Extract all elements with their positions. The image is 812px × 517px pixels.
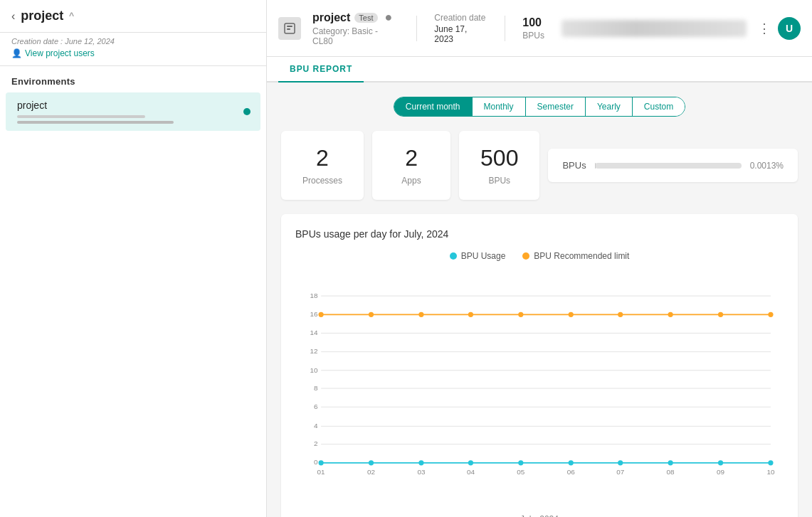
rec-dot-10: [768, 312, 773, 317]
rec-dot-9: [718, 312, 723, 317]
topbar-category: Category: Basic - CL80: [312, 26, 399, 46]
period-btn-custom[interactable]: Custom: [632, 97, 685, 116]
usage-dot-9: [718, 460, 723, 465]
topbar-project-icon: [278, 17, 301, 40]
main-content: project Test ● Category: Basic - CL80 Cr…: [267, 0, 812, 517]
rec-dot-5: [518, 312, 523, 317]
bpus-value: 500: [480, 145, 518, 171]
x-label-01: 01: [317, 468, 326, 476]
x-label-07: 07: [616, 468, 625, 476]
topbar: project Test ● Category: Basic - CL80 Cr…: [267, 0, 812, 57]
y-label-8: 8: [314, 384, 318, 392]
legend-dot-usage: [450, 252, 457, 260]
env-active-dot: [243, 108, 251, 115]
sidebar-creation-date: Creation date : June 12, 2024: [11, 37, 255, 46]
x-label-08: 08: [667, 468, 675, 476]
sidebar-caret[interactable]: ^: [69, 11, 74, 22]
chart-footer: July, 2024: [295, 514, 784, 517]
usage-dot-10: [768, 460, 773, 465]
y-label-16: 16: [310, 310, 319, 318]
stat-card-bpus: 500 BPUs: [459, 131, 539, 200]
processes-value: 2: [316, 145, 329, 171]
usage-dot-5: [518, 460, 523, 465]
x-label-09: 09: [717, 468, 725, 476]
rec-dot-3: [418, 312, 423, 317]
y-label-2: 2: [314, 439, 318, 447]
legend-dot-recommended: [522, 252, 529, 260]
period-btn-semester[interactable]: Semester: [525, 97, 585, 116]
back-button[interactable]: ‹: [11, 10, 15, 23]
rec-dot-2: [369, 312, 374, 317]
svg-rect-2: [287, 28, 290, 30]
bpu-progress-card: BPUs 0.0013%: [548, 149, 798, 182]
env-bar-top: [17, 115, 145, 118]
view-project-users-link[interactable]: 👤 View project users: [11, 48, 255, 58]
y-label-0: 0: [314, 459, 318, 467]
kebab-menu-button[interactable]: ⋮: [758, 21, 771, 36]
topbar-bpu-value: 100: [522, 16, 544, 29]
period-btn-current-month[interactable]: Current month: [394, 97, 472, 116]
topbar-test-badge: Test: [354, 13, 377, 23]
bpu-progress-label: BPUs: [562, 160, 586, 171]
tab-bpu-report[interactable]: BPU REPORT: [278, 57, 364, 82]
tab-bar: BPU REPORT: [267, 57, 812, 82]
x-label-06: 06: [567, 468, 576, 476]
y-label-14: 14: [310, 329, 319, 336]
usage-dot-4: [468, 460, 473, 465]
rec-dot-8: [668, 312, 673, 317]
user-avatar[interactable]: U: [778, 17, 801, 40]
rec-dot-6: [569, 312, 574, 317]
user-icon: 👤: [11, 48, 22, 58]
content-area: Current month Monthly Semester Yearly Cu…: [267, 82, 812, 517]
svg-rect-1: [287, 26, 292, 27]
usage-dot-3: [418, 460, 423, 465]
topbar-actions: ⋮ U: [758, 17, 801, 40]
sidebar: ‹ project ^ Creation date : June 12, 202…: [0, 0, 267, 517]
topbar-blurred-content: [561, 20, 747, 37]
x-label-10: 10: [766, 468, 775, 476]
usage-dot-8: [668, 460, 673, 465]
y-label-4: 4: [314, 422, 318, 430]
bpus-label: BPUs: [488, 176, 510, 186]
x-label-05: 05: [517, 468, 525, 476]
apps-label: Apps: [401, 176, 421, 186]
period-btn-monthly[interactable]: Monthly: [472, 97, 525, 116]
topbar-progress-area: [561, 20, 747, 37]
topbar-creation-info: Creation date June 17, 2023: [434, 13, 487, 44]
y-label-6: 6: [314, 403, 318, 410]
stat-card-processes: 2 Processes: [281, 131, 364, 200]
y-label-18: 18: [310, 292, 319, 299]
x-label-02: 02: [367, 468, 376, 476]
x-label-03: 03: [417, 468, 426, 476]
env-bar-bottom: [17, 121, 174, 124]
legend-usage-label: BPU Usage: [461, 251, 506, 261]
y-label-10: 10: [310, 366, 319, 374]
topbar-project-name: project: [312, 11, 350, 24]
environments-label: Environments: [0, 66, 266, 92]
chart-legend: BPU Usage BPU Recommended limit: [295, 251, 784, 261]
chart-section: BPUs usage per day for July, 2024 BPU Us…: [281, 214, 798, 517]
stats-row: 2 Processes 2 Apps 500 BPUs BPUs 0.0013%: [281, 131, 798, 200]
apps-value: 2: [405, 145, 418, 171]
rec-dot-7: [618, 312, 623, 317]
bpu-progress-pct: 0.0013%: [750, 161, 784, 171]
sidebar-meta: Creation date : June 12, 2024 👤 View pro…: [0, 33, 266, 66]
chart-container: 0 2 4 6 8 10 12 14 16 18: [295, 268, 784, 510]
rec-dot-4: [468, 312, 473, 317]
chart-svg: 0 2 4 6 8 10 12 14 16 18: [295, 268, 784, 510]
env-item-name: project: [17, 100, 249, 111]
topbar-pin-icon[interactable]: ●: [385, 10, 393, 25]
legend-recommended-label: BPU Recommended limit: [534, 251, 629, 261]
period-btn-yearly[interactable]: Yearly: [585, 97, 632, 116]
topbar-creation-label: Creation date: [434, 13, 487, 23]
environment-item-project[interactable]: project: [6, 92, 260, 131]
topbar-creation-value: June 17, 2023: [434, 24, 487, 44]
topbar-project-info: project Test ● Category: Basic - CL80: [312, 10, 399, 46]
x-label-04: 04: [467, 468, 475, 476]
legend-bpu-usage: BPU Usage: [450, 251, 506, 261]
usage-dot-2: [369, 460, 374, 465]
topbar-divider-2: [505, 16, 505, 41]
processes-label: Processes: [302, 176, 342, 186]
legend-bpu-recommended: BPU Recommended limit: [522, 251, 629, 261]
usage-dot-1: [318, 460, 323, 465]
